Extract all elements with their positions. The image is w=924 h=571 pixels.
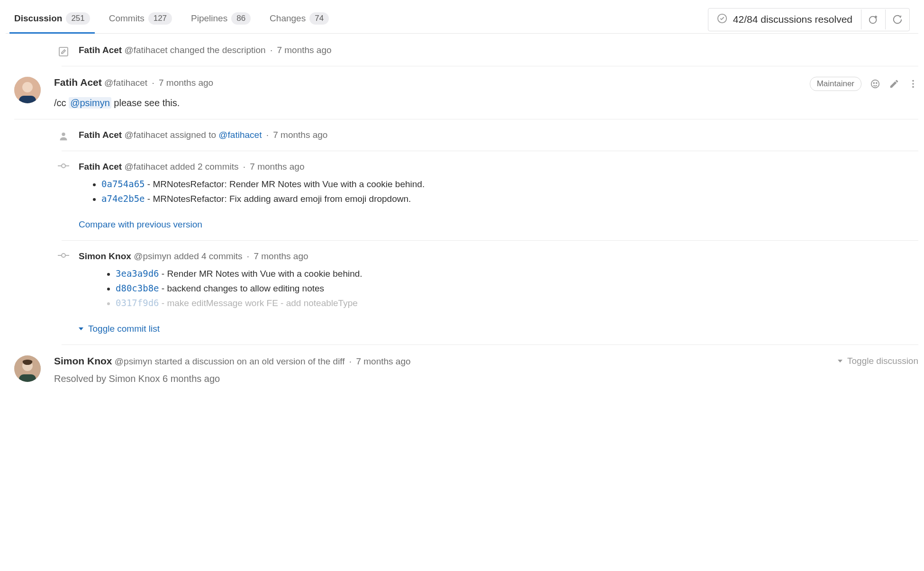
resolved-discussions-box: 42/84 discussions resolved <box>708 8 910 31</box>
tab-discussion[interactable]: Discussion 251 <box>14 6 90 33</box>
author-handle[interactable]: @fatihacet <box>124 45 167 55</box>
commit-message: Render MR Notes with Vue with a cookie b… <box>167 269 362 279</box>
pencil-square-icon <box>56 46 71 57</box>
commit-hash-link[interactable]: d80c3b8e <box>116 283 159 293</box>
tab-changes[interactable]: Changes 74 <box>270 6 329 33</box>
commit-icon <box>56 252 71 259</box>
system-note-action: changed the description <box>170 45 266 55</box>
time-ago[interactable]: 7 months ago <box>250 162 304 172</box>
system-note-commits-added: Simon Knox @psimyn added 4 commits · 7 m… <box>62 241 918 345</box>
svg-point-12 <box>62 133 65 136</box>
tab-label: Changes <box>270 13 306 24</box>
resolved-text: 42/84 discussions resolved <box>733 14 852 25</box>
time-ago[interactable]: 7 months ago <box>273 130 327 140</box>
svg-point-7 <box>873 82 874 83</box>
discussion-action: started a discussion on an old version o… <box>155 356 345 366</box>
commit-icon <box>56 163 71 169</box>
emoji-icon[interactable] <box>870 79 880 89</box>
system-note-commits-added: Fatih Acet @fatihacet added 2 commits · … <box>62 151 918 241</box>
author-name[interactable]: Fatih Acet <box>79 45 122 55</box>
svg-point-11 <box>912 86 914 88</box>
comment-note: Fatih Acet @fatihacet · 7 months ago Mai… <box>14 66 918 119</box>
svg-rect-2 <box>59 47 68 56</box>
commit-item: d80c3b8e - backend changes to allow edit… <box>116 281 918 296</box>
commit-list: 0a754a65 - MRNotesRefactor: Render MR No… <box>79 177 918 206</box>
toggle-discussion-button[interactable]: Toggle discussion <box>838 356 918 366</box>
caret-down-icon <box>838 360 842 363</box>
svg-point-4 <box>22 82 33 92</box>
author-handle[interactable]: @fatihacet <box>124 130 167 140</box>
author-name[interactable]: Fatih Acet <box>79 130 122 140</box>
tab-count-badge: 251 <box>66 12 90 25</box>
commit-message: make editMessage work FE - add noteableT… <box>167 298 357 308</box>
comment-body: /cc @psimyn please see this. <box>54 98 918 109</box>
system-note-description-changed: Fatih Acet @fatihacet changed the descri… <box>62 35 918 66</box>
check-circle-icon <box>717 13 727 26</box>
svg-point-13 <box>62 164 65 168</box>
svg-point-9 <box>912 80 914 82</box>
author-handle[interactable]: @fatihacet <box>104 78 147 88</box>
assignee-link[interactable]: @fatihacet <box>218 130 262 140</box>
timeline: Fatih Acet @fatihacet changed the descri… <box>6 35 918 389</box>
tab-label: Discussion <box>14 13 62 24</box>
tab-count-badge: 86 <box>231 12 251 25</box>
jump-next-unresolved-button[interactable] <box>885 9 909 29</box>
commit-hash-link[interactable]: 3ea3a9d6 <box>116 268 159 279</box>
discussion-note: Simon Knox @psimyn started a discussion … <box>14 345 918 389</box>
time-ago[interactable]: 7 months ago <box>159 78 213 88</box>
resolved-by-text: Resolved by Simon Knox 6 months ago <box>54 373 918 384</box>
commit-hash-link[interactable]: 0317f9d6 <box>116 298 159 308</box>
author-name[interactable]: Fatih Acet <box>79 162 122 172</box>
commit-message: MRNotesRefactor: Render MR Notes with Vu… <box>153 179 425 189</box>
tabs-header: Discussion 251 Commits 127 Pipelines 86 … <box>6 6 918 34</box>
author-name[interactable]: Fatih Acet <box>54 77 102 88</box>
svg-rect-5 <box>19 96 36 103</box>
svg-point-8 <box>876 82 877 83</box>
svg-point-1 <box>870 17 877 24</box>
more-icon[interactable] <box>908 79 918 89</box>
commit-item: 0317f9d6 - make editMessage work FE - ad… <box>116 296 918 310</box>
commit-item: 0a754a65 - MRNotesRefactor: Render MR No… <box>101 177 918 191</box>
svg-point-16 <box>62 254 65 257</box>
author-name[interactable]: Simon Knox <box>54 355 112 366</box>
new-issue-button[interactable] <box>861 9 885 29</box>
system-note-action: added 4 commits <box>174 251 243 261</box>
system-note-action: added 2 commits <box>170 162 239 172</box>
edit-icon[interactable] <box>889 79 899 89</box>
tab-pipelines[interactable]: Pipelines 86 <box>191 6 251 33</box>
commit-item: 3ea3a9d6 - Render MR Notes with Vue with… <box>116 266 918 281</box>
commit-list: 3ea3a9d6 - Render MR Notes with Vue with… <box>79 266 918 310</box>
role-badge: Maintainer <box>810 77 861 91</box>
avatar[interactable] <box>14 77 41 103</box>
commit-item: a74e2b5e - MRNotesRefactor: Fix adding a… <box>101 191 918 206</box>
author-handle[interactable]: @fatihacet <box>124 162 167 172</box>
time-ago[interactable]: 7 months ago <box>356 356 410 366</box>
commit-hash-link[interactable]: a74e2b5e <box>101 193 145 204</box>
author-handle[interactable]: @psimyn <box>115 356 152 366</box>
caret-down-icon <box>79 327 83 330</box>
svg-point-6 <box>871 80 879 88</box>
author-handle[interactable]: @psimyn <box>134 251 171 261</box>
svg-point-10 <box>912 83 914 85</box>
user-icon <box>56 131 71 141</box>
author-name[interactable]: Simon Knox <box>79 251 131 261</box>
tab-count-badge: 127 <box>148 12 172 25</box>
system-note-action: assigned to <box>170 130 216 140</box>
user-mention[interactable]: @psimyn <box>69 97 111 109</box>
tab-label: Pipelines <box>191 13 227 24</box>
toggle-commit-list-link[interactable]: Toggle commit list <box>79 324 160 334</box>
time-ago[interactable]: 7 months ago <box>254 251 308 261</box>
tab-label: Commits <box>109 13 145 24</box>
commit-hash-link[interactable]: 0a754a65 <box>101 179 145 189</box>
system-note-assigned: Fatih Acet @fatihacet assigned to @fatih… <box>62 119 918 151</box>
time-ago[interactable]: 7 months ago <box>277 45 331 55</box>
commit-message: backend changes to allow editing notes <box>167 283 324 293</box>
tab-commits[interactable]: Commits 127 <box>109 6 172 33</box>
compare-versions-link[interactable]: Compare with previous version <box>79 219 202 230</box>
tab-count-badge: 74 <box>309 12 329 25</box>
avatar[interactable] <box>14 355 41 382</box>
commit-message: MRNotesRefactor: Fix adding award emoji … <box>153 194 411 204</box>
svg-rect-21 <box>19 374 36 382</box>
resolved-status: 42/84 discussions resolved <box>708 9 861 31</box>
